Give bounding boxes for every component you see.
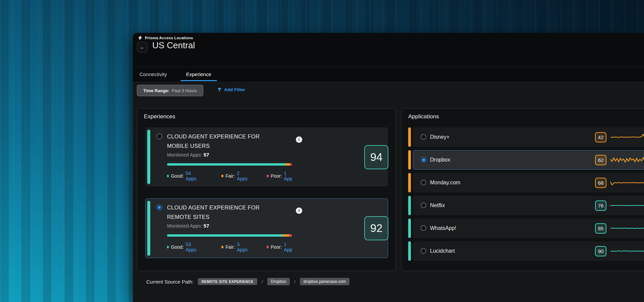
good-dot: [167, 246, 169, 248]
brand-row: Prisma Access Locations: [138, 35, 193, 41]
chevron-down-icon: [199, 89, 200, 92]
app-sparkline: [610, 200, 644, 210]
app-status-bar: [408, 196, 411, 215]
good-dot: [167, 175, 169, 177]
experience-card-title: CLOUD AGENT EXPERIENCE FOR MOBILE USERS: [167, 132, 301, 150]
app-status-bar: [408, 173, 411, 192]
app-score-badge: 68: [595, 178, 606, 188]
screen: { "app": { "brand": "Prisma Access Locat…: [0, 0, 644, 302]
poor-dot: [267, 246, 269, 248]
app-row-disney[interactable]: Disney+ 42: [408, 127, 644, 147]
calendar-icon: [141, 88, 141, 93]
app-row-monday[interactable]: Monday.com 68: [408, 173, 644, 192]
monitored-apps: Monitored Apps:57: [167, 152, 209, 158]
app-status-bar: [408, 127, 411, 147]
app-sparkline: [610, 132, 644, 142]
experience-card-remote-sites[interactable]: CLOUD AGENT EXPERIENCE FOR REMOTE SITES …: [145, 198, 388, 258]
source-path-chip-experience: REMOTE SITE EXPERIENCE: [198, 278, 257, 285]
bar-fair-segment: [282, 234, 289, 237]
experience-score: 94: [364, 145, 388, 169]
fair-dot: [221, 175, 223, 177]
app-sparkline: [610, 246, 644, 256]
app-radio[interactable]: [421, 180, 426, 185]
time-range-value: Past 3 Hours: [172, 88, 197, 93]
poor-dot: [267, 175, 269, 177]
experience-radio[interactable]: [156, 204, 162, 210]
current-source-path: Current Source Path: REMOTE SITE EXPERIE…: [146, 277, 350, 287]
app-score-badge: 42: [595, 132, 606, 142]
app-radio[interactable]: [421, 157, 426, 163]
app-status-bar: [408, 150, 411, 170]
app-radio[interactable]: [421, 202, 426, 208]
app-row-whatsapp[interactable]: WhatsApp! 85: [408, 219, 644, 238]
app-score-badge: 85: [595, 223, 606, 234]
experience-radio[interactable]: [156, 133, 162, 139]
app-sparkline: [610, 178, 644, 188]
app-score-badge: 76: [595, 200, 606, 211]
page-title: US Central: [152, 40, 195, 51]
experiences-panel: Experiences CLOUD AGENT EXPERIENCE FOR M…: [137, 108, 396, 271]
fair-dot: [221, 246, 223, 248]
time-range-label: Time Range:: [143, 88, 169, 93]
source-path-chip-app: Dropbox: [267, 278, 290, 285]
filter-funnel-icon: [217, 88, 222, 92]
info-icon[interactable]: i: [296, 207, 302, 214]
path-separator: /: [262, 279, 263, 284]
content-area: Time Range: Past 3 Hours Add Filter Expe…: [133, 82, 644, 302]
source-path-label: Current Source Path:: [146, 279, 194, 285]
time-range-dropdown[interactable]: Time Range: Past 3 Hours: [137, 85, 203, 96]
experiences-title: Experiences: [144, 113, 175, 120]
brand-label: Prisma Access Locations: [145, 36, 193, 40]
prisma-logo-icon: [138, 35, 143, 41]
app-row-dropbox[interactable]: Dropbox 62: [408, 150, 644, 170]
experience-card-mobile-users[interactable]: CLOUD AGENT EXPERIENCE FOR MOBILE USERS …: [145, 127, 388, 186]
app-radio[interactable]: [421, 248, 426, 254]
app-health-bar: [167, 163, 292, 166]
tab-experience[interactable]: Experience: [180, 70, 217, 81]
bar-fair-segment: [285, 163, 289, 166]
good-apps-link[interactable]: 53 Apps: [186, 242, 197, 252]
app-sparkline: [610, 155, 644, 165]
app-sparkline: [610, 223, 644, 233]
tab-connectivity[interactable]: Connectivity: [138, 70, 169, 81]
applications-list: Disney+ 42 Dropbox 62: [408, 127, 644, 264]
app-window: Prisma Access Locations ← US Central Con…: [133, 33, 644, 302]
experience-status-bar: [147, 130, 150, 184]
back-button[interactable]: ←: [137, 42, 148, 53]
source-path-chip-domain: dropbox.panwsase.com: [300, 278, 350, 285]
poor-apps-link[interactable]: 1 App: [284, 242, 293, 252]
add-filter-label: Add Filter: [224, 87, 245, 92]
app-score-badge: 90: [595, 246, 606, 256]
applications-title: Applications: [408, 113, 439, 120]
poor-apps-link[interactable]: 1 App: [284, 171, 293, 181]
header-divider: [133, 67, 644, 67]
info-icon[interactable]: i: [296, 136, 302, 143]
bar-good-segment: [167, 163, 285, 166]
path-separator: /: [294, 279, 296, 284]
app-row-netflix[interactable]: Netflix 76: [408, 196, 644, 215]
experience-status-bar: [147, 201, 150, 256]
app-status-bar: [408, 219, 411, 238]
bar-poor-segment: [289, 234, 292, 237]
applications-panel: Applications Disney+ 42 Dropbox: [401, 108, 644, 271]
app-radio[interactable]: [421, 134, 426, 140]
arrow-left-icon: ←: [140, 44, 145, 50]
app-radio[interactable]: [421, 225, 426, 231]
fair-apps-link[interactable]: 2 Apps: [237, 171, 248, 181]
bar-poor-segment: [289, 163, 292, 166]
good-apps-link[interactable]: 54 Apps: [186, 171, 197, 181]
app-status-bar: [408, 241, 411, 261]
add-filter-button[interactable]: Add Filter: [217, 87, 245, 92]
bar-good-segment: [167, 234, 282, 237]
app-health-bar: [167, 234, 292, 237]
experience-card-title: CLOUD AGENT EXPERIENCE FOR REMOTE SITES: [167, 203, 301, 222]
experience-score: 92: [364, 216, 388, 240]
app-row-lucidchart[interactable]: Lucidchart 90: [408, 241, 644, 261]
monitored-apps: Monitored Apps:57: [167, 223, 209, 229]
app-score-badge: 62: [595, 155, 606, 165]
fair-apps-link[interactable]: 3 Apps: [237, 242, 248, 252]
tab-bar: Connectivity Experience: [138, 70, 228, 81]
